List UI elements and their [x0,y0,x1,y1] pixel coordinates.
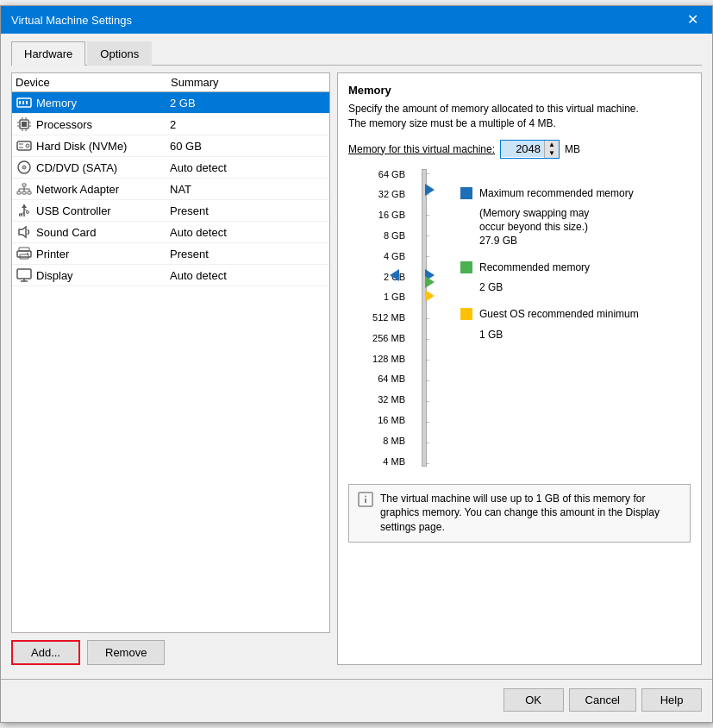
svg-rect-5 [22,122,27,127]
mem-label-32mb: 32 MB [378,394,405,405]
device-name-sound: Sound Card [36,226,170,239]
info-icon [358,492,373,535]
device-name-harddisk: Hard Disk (NVMe) [36,140,170,153]
cancel-button[interactable]: Cancel [569,688,636,712]
mem-label-64mb: 64 MB [378,373,405,384]
legend-max-recommended: Maximum recommended memory (Memory swapp… [460,186,691,247]
svg-point-21 [23,166,25,168]
device-row-memory[interactable]: Memory 2 GB [12,92,329,114]
memory-input-group: ▲ ▼ [500,140,560,159]
device-name-processors: Processors [36,118,170,131]
cpu-icon [16,117,33,131]
help-button[interactable]: Help [641,688,702,712]
remove-button[interactable]: Remove [87,640,165,665]
col-device-header: Device [16,76,171,89]
slider-track-container[interactable]: – – – – – – – – – – – – – [409,169,440,467]
memory-unit-label: MB [565,143,580,155]
mem-label-128mb: 128 MB [372,354,405,364]
close-button[interactable]: ✕ [684,13,702,27]
mem-label-8gb: 8 GB [384,230,405,241]
device-summary-display: Auto detect [170,269,326,282]
device-summary-processors: 2 [170,118,326,131]
mem-label-512mb: 512 MB [372,312,405,323]
svg-rect-23 [17,191,21,194]
net-icon [16,182,33,196]
tab-options[interactable]: Options [87,41,152,66]
content-area: Device Summary Memory 2 GB [11,72,702,665]
usb-icon [16,204,33,217]
memory-input[interactable] [501,141,544,157]
printer-icon [16,247,33,260]
device-summary-harddisk: 60 GB [170,140,326,153]
memory-input-label: Memory for this virtual machine: [348,143,495,155]
device-table: Device Summary Memory 2 GB [11,72,330,633]
memory-icon [16,96,33,110]
dialog-body: Hardware Options Device Summary [1,34,712,675]
cd-icon [16,160,33,174]
mem-label-64gb: 64 GB [378,169,405,179]
device-name-memory: Memory [36,97,170,110]
svg-marker-37 [19,227,26,237]
device-row-processors[interactable]: Processors 2 [12,114,329,135]
mem-label-1gb: 1 GB [384,292,405,302]
memory-info-box: The virtual machine will use up to 1 GB … [348,484,691,543]
legend-recommended: Recommended memory 2 GB [460,260,691,294]
device-summary-printer: Present [170,248,326,260]
svg-rect-22 [22,184,26,186]
svg-point-41 [27,253,28,254]
legend-item-guest: Guest OS recommended minimum [460,307,691,322]
memory-labels: 64 GB 32 GB 16 GB 8 GB 4 GB 2 GB 1 GB 51… [348,169,409,467]
add-button[interactable]: Add... [11,640,80,665]
info-text: The virtual machine will use up to 1 GB … [380,492,681,535]
memory-spinner: ▲ ▼ [544,141,559,158]
legend-value-rec: 2 GB [460,281,691,293]
device-row-display[interactable]: Display Auto detect [12,265,329,286]
device-row-printer[interactable]: Printer Present [12,243,329,265]
dialog-footer: OK Cancel Help [1,679,712,722]
device-summary-network: NAT [170,183,326,196]
ok-button[interactable]: OK [503,688,564,712]
spinner-down-button[interactable]: ▼ [545,149,559,158]
title-bar: Virtual Machine Settings ✕ [1,6,712,34]
device-row-network[interactable]: Network Adapter NAT [12,179,329,200]
device-name-cddvd: CD/DVD (SATA) [36,161,170,174]
hdd-icon [16,139,33,153]
device-summary-cddvd: Auto detect [170,161,326,174]
device-row-sound[interactable]: Sound Card Auto detect [12,222,329,243]
memory-description: Specify the amount of memory allocated t… [348,102,691,131]
mem-label-32gb: 32 GB [378,189,405,199]
legend-label-max: Maximum recommended memory [479,186,634,201]
bottom-buttons: Add... Remove [11,640,330,665]
svg-rect-2 [22,101,24,104]
mem-label-256mb: 256 MB [372,333,405,343]
svg-point-47 [365,495,366,497]
col-summary-header: Summary [171,76,326,89]
legend-color-max [460,187,472,199]
tick-marks: – – – – – – – – – – – – – [426,169,429,467]
tab-hardware[interactable]: Hardware [11,41,85,66]
svg-rect-25 [28,191,31,194]
legend-value-max: 27.9 GB [460,235,691,247]
device-name-display: Display [36,269,170,282]
device-row-usb[interactable]: USB Controller Present [12,200,329,222]
memory-legend: Maximum recommended memory (Memory swapp… [440,169,691,467]
sound-icon [16,225,33,239]
svg-point-16 [28,146,28,147]
mem-label-4gb: 4 GB [384,251,405,261]
memory-panel: Memory Specify the amount of memory allo… [337,72,702,665]
svg-rect-42 [17,269,31,279]
mem-label-16gb: 16 GB [378,210,405,220]
device-summary-memory: 2 GB [170,97,326,110]
device-row-cddvd[interactable]: CD/DVD (SATA) Auto detect [12,157,329,179]
memory-section-title: Memory [348,84,691,97]
spinner-up-button[interactable]: ▲ [545,141,559,149]
device-summary-sound: Auto detect [170,226,326,239]
svg-rect-24 [22,191,26,194]
svg-rect-3 [26,101,28,104]
mem-label-4mb: 4 MB [383,456,405,467]
legend-guest-min: Guest OS recommended minimum 1 GB [460,307,691,341]
device-name-network: Network Adapter [36,183,170,196]
device-row-harddisk[interactable]: Hard Disk (NVMe) 60 GB [12,135,329,157]
device-name-usb: USB Controller [36,204,170,217]
tab-bar: Hardware Options [11,41,702,66]
